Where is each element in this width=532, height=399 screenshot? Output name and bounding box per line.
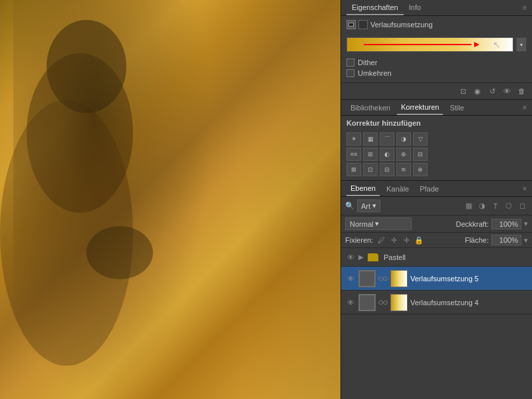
tab-ebenen[interactable]: Ebenen: [346, 182, 380, 196]
corrections-title: Korrektur hinzufügen: [341, 116, 532, 130]
layer-group-row[interactable]: 👁 ▶ Pastell: [341, 248, 532, 267]
fix-lock-move-icon[interactable]: ✛: [388, 235, 399, 245]
dither-checkbox[interactable]: [346, 59, 354, 66]
opacity-label: Deckkraft:: [456, 220, 489, 228]
reverse-label: Umkehren: [358, 69, 392, 77]
filter-smart-icon[interactable]: ◻: [516, 200, 528, 212]
tab-info[interactable]: Info: [404, 1, 426, 15]
properties-header: Verlaufsumsetzung: [341, 16, 532, 33]
properties-tabs: Eigenschaften Info ≡: [341, 0, 532, 16]
flaeche-input[interactable]: [491, 235, 521, 245]
svg-point-2: [47, 20, 126, 113]
eye-toolbar-icon[interactable]: 👁: [501, 86, 512, 96]
threshold-icon[interactable]: ⊟: [380, 163, 394, 176]
opacity-dropdown-arrow[interactable]: ▾: [524, 219, 528, 228]
tab-kanaele[interactable]: Kanäle: [382, 182, 413, 196]
posterize-icon[interactable]: ≋: [396, 163, 411, 176]
brightness-icon[interactable]: ☀: [346, 132, 361, 146]
dither-label: Dither: [358, 59, 377, 66]
trash-icon[interactable]: 🗑: [516, 86, 527, 96]
panel-toolbar: ⊡ ◉ ↺ 👁 🗑: [341, 82, 532, 99]
reset-icon[interactable]: ↺: [487, 86, 497, 96]
vibrance-icon[interactable]: ▽: [413, 132, 428, 146]
visibility-icon-toolbar[interactable]: ◉: [472, 86, 483, 96]
photo-filter-icon[interactable]: ⊕: [396, 148, 411, 161]
gradient-bar[interactable]: ↖: [346, 37, 513, 52]
gradient-arrow: [474, 42, 479, 47]
layer2-eye-icon[interactable]: 👁: [345, 297, 356, 308]
tab-eigenschaften[interactable]: Eigenschaften: [346, 1, 404, 15]
prop-eye-icon[interactable]: [358, 20, 368, 29]
blend-mode-dropdown[interactable]: Normal ▾: [345, 217, 412, 230]
gradient-arrow-line: [364, 44, 471, 45]
filter-text-icon[interactable]: T: [489, 200, 501, 212]
selective-color-icon[interactable]: ⊡: [363, 163, 378, 176]
blend-row: Normal ▾ Deckkraft: ▾: [341, 215, 532, 233]
tab-korrekturen[interactable]: Korrekturen: [397, 100, 443, 115]
fix-lock-artboard-icon[interactable]: ✛: [401, 235, 412, 245]
canvas-image: [0, 0, 340, 399]
tab-pfade[interactable]: Pfade: [416, 182, 443, 196]
corrections-icons-grid: ☀ ▦ ⌒ ◑ ▽ ≡≡ ⊞ ◐ ⊕ ⊟ ⊠ ⊡ ⊟ ≋ ⊗: [341, 130, 532, 180]
channel-mixer-icon[interactable]: ⊟: [413, 148, 428, 161]
flaeche-dropdown-arrow[interactable]: ▾: [524, 236, 528, 245]
filter-shape-icon[interactable]: ⬡: [503, 200, 515, 212]
exposure-icon[interactable]: ◑: [396, 132, 411, 146]
layer1-name: Verlaufsumsetzung 5: [410, 275, 528, 283]
filter-adjust-icon[interactable]: ◑: [476, 200, 488, 212]
canvas-area: [0, 0, 340, 399]
reverse-row: Umkehren: [346, 69, 527, 77]
corrections-menu-btn[interactable]: ≡: [523, 104, 527, 111]
cursor-icon: ↖: [493, 39, 501, 50]
dither-row: Dither: [346, 59, 527, 66]
levels-icon[interactable]: ▦: [363, 132, 378, 146]
checkbox-section: Dither Umkehren: [341, 56, 532, 82]
layer1-visibility-thumb: [358, 270, 376, 287]
fix-icons: 🖊 ✛ ✛ 🔒: [376, 235, 424, 245]
group-collapse-icon[interactable]: ▶: [358, 253, 364, 261]
group-eye-icon[interactable]: 👁: [345, 252, 356, 263]
gradient-dropdown-btn[interactable]: ▾: [516, 37, 527, 52]
fix-lock-all-icon[interactable]: 🔒: [414, 235, 424, 245]
group-folder-icon: [368, 253, 378, 261]
reverse-checkbox[interactable]: [346, 69, 354, 77]
layer-row-2[interactable]: 👁 Verlaufsumsetzung 4: [341, 291, 532, 315]
gradient-map-icon[interactable]: ⊠: [346, 163, 361, 176]
corrections-tabs: Bibliotheken Korrekturen Stile ≡: [341, 100, 532, 116]
layers-toolbar: 🔍 Art ▾ ▦ ◑ T ⬡ ◻: [341, 197, 532, 215]
flaeche-label: Fläche:: [465, 236, 489, 244]
tab-bibliotheken[interactable]: Bibliotheken: [346, 101, 394, 114]
clip-to-layer-icon[interactable]: ⊡: [458, 86, 468, 96]
opacity-input[interactable]: [491, 219, 521, 229]
layer1-chain-icon[interactable]: [378, 274, 388, 283]
layer1-thumb: [390, 270, 408, 287]
svg-point-3: [86, 226, 153, 279]
layers-tabs: Ebenen Kanäle Pfade ≡: [341, 181, 532, 197]
fix-label: Fixieren:: [345, 236, 373, 244]
color-balance-icon[interactable]: ⊞: [363, 148, 378, 161]
layer2-chain-icon[interactable]: [378, 298, 388, 307]
gradient-bar-container: ↖ ▾: [346, 37, 527, 52]
prop-visibility-icon[interactable]: [346, 20, 356, 29]
layer2-name: Verlaufsumsetzung 4: [410, 299, 528, 307]
right-panel: Eigenschaften Info ≡ Verlaufsumsetzung ↖…: [340, 0, 532, 399]
curves-icon[interactable]: ⌒: [380, 132, 394, 146]
layers-filter-icons: ▦ ◑ T ⬡ ◻: [463, 200, 528, 212]
fix-lock-position-icon[interactable]: 🖊: [376, 235, 386, 245]
bw-icon[interactable]: ◐: [380, 148, 394, 161]
prop-title: Verlaufsumsetzung: [370, 21, 433, 29]
filter-pixel-icon[interactable]: ▦: [463, 200, 475, 212]
fix-row: Fixieren: 🖊 ✛ ✛ 🔒 Fläche: ▾: [341, 233, 532, 248]
tab-stile[interactable]: Stile: [446, 101, 467, 114]
hsl-icon[interactable]: ≡≡: [346, 148, 361, 161]
layers-menu-btn[interactable]: ≡: [523, 185, 527, 192]
invert-icon[interactable]: ⊗: [413, 163, 428, 176]
group-name: Pastell: [384, 253, 528, 261]
corr-icon-row-1: ☀ ▦ ⌒ ◑ ▽: [346, 132, 527, 146]
art-dropdown[interactable]: Art ▾: [357, 200, 380, 212]
layer-row-1[interactable]: 👁 Verlaufsumsetzung 5: [341, 267, 532, 291]
layers-panel: Ebenen Kanäle Pfade ≡ 🔍 Art ▾ ▦ ◑ T ⬡ ◻ …: [341, 181, 532, 399]
layer1-eye-icon[interactable]: 👁: [345, 273, 356, 284]
properties-menu-btn[interactable]: ≡: [523, 4, 527, 11]
properties-panel: Eigenschaften Info ≡ Verlaufsumsetzung ↖…: [341, 0, 532, 100]
